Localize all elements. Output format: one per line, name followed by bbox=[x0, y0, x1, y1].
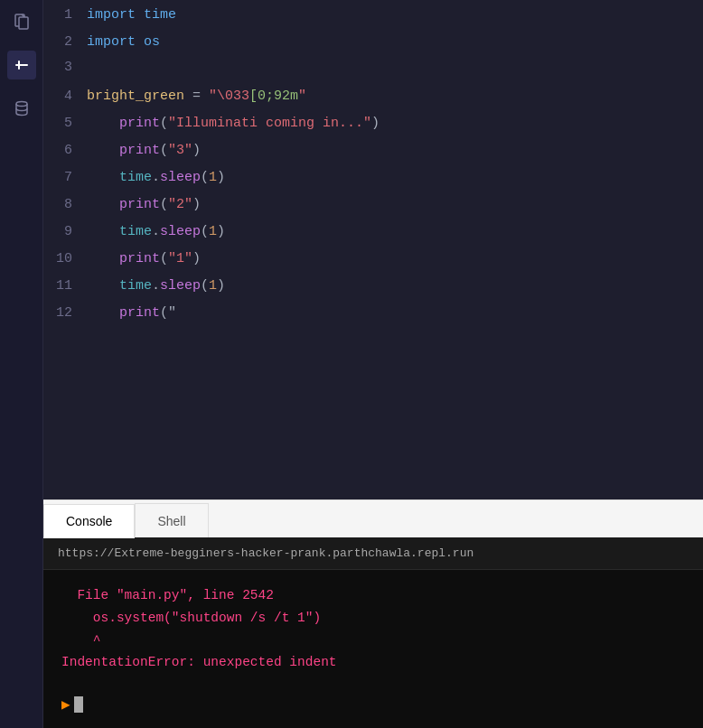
line-content: print(" bbox=[87, 303, 176, 324]
line-number: 7 bbox=[43, 170, 87, 185]
code-token: ( bbox=[201, 278, 209, 294]
console-error-text: File "main.py", line 2542 os.system("shu… bbox=[61, 584, 685, 674]
cursor-block bbox=[74, 696, 83, 713]
code-token: time bbox=[136, 7, 176, 23]
code-token: " bbox=[298, 89, 306, 104]
line-number: 11 bbox=[43, 278, 87, 294]
code-token: ) bbox=[217, 224, 225, 239]
code-token: "3" bbox=[168, 143, 192, 158]
code-token bbox=[87, 305, 119, 321]
code-token: sleep bbox=[160, 170, 201, 185]
code-token: bright_green bbox=[87, 89, 184, 104]
line-content: time.sleep(1) bbox=[87, 168, 225, 189]
line-content: import time bbox=[87, 5, 176, 26]
code-token bbox=[87, 143, 119, 158]
code-line: 1import time bbox=[43, 4, 703, 31]
code-token bbox=[87, 116, 119, 131]
code-token: "Illuminati coming in..." bbox=[168, 116, 371, 131]
console-prompt[interactable]: ▶ bbox=[43, 692, 703, 728]
code-token: (" bbox=[160, 305, 176, 321]
svg-point-2 bbox=[16, 102, 27, 107]
line-content: time.sleep(1) bbox=[87, 276, 225, 297]
code-token: time bbox=[119, 170, 152, 185]
code-line: 2import os bbox=[43, 31, 703, 58]
line-number: 3 bbox=[43, 60, 87, 75]
tab-shell[interactable]: Shell bbox=[135, 503, 208, 537]
line-number: 1 bbox=[43, 7, 87, 23]
code-token: ( bbox=[201, 170, 209, 185]
code-token: print bbox=[119, 251, 160, 266]
code-token bbox=[87, 278, 119, 294]
code-token: "1" bbox=[168, 251, 192, 266]
code-token: ) bbox=[192, 251, 201, 266]
code-token: ) bbox=[217, 170, 225, 185]
code-token: time bbox=[119, 224, 152, 239]
line-number: 9 bbox=[43, 224, 87, 239]
line-number: 6 bbox=[43, 143, 87, 158]
svg-rect-1 bbox=[19, 17, 28, 29]
main-content: 1import time2import os34bright_green = "… bbox=[43, 0, 703, 728]
code-token: ( bbox=[201, 224, 209, 239]
code-token: time bbox=[119, 278, 152, 294]
code-token: ( bbox=[160, 251, 168, 266]
prompt-arrow-icon: ▶ bbox=[61, 695, 70, 714]
line-number: 12 bbox=[43, 305, 87, 321]
code-token: os bbox=[136, 34, 160, 50]
code-token: print bbox=[119, 116, 160, 131]
code-token: ) bbox=[192, 197, 201, 212]
code-line: 4bright_green = "\033[0;92m" bbox=[43, 85, 703, 112]
code-token: print bbox=[119, 143, 160, 158]
code-token: print bbox=[119, 305, 160, 321]
line-number: 2 bbox=[43, 34, 87, 50]
code-token: 1 bbox=[209, 170, 217, 185]
code-line: 6 print("3") bbox=[43, 139, 703, 166]
code-token: ( bbox=[160, 143, 168, 158]
code-token: 1 bbox=[209, 224, 217, 239]
code-token: ) bbox=[371, 116, 380, 131]
code-line: 10 print("1") bbox=[43, 247, 703, 275]
code-token: ) bbox=[192, 143, 201, 158]
code-token: "\033 bbox=[209, 89, 249, 104]
line-number: 5 bbox=[43, 116, 87, 131]
console-url: https://Extreme-begginers-hacker-prank.p… bbox=[43, 537, 703, 570]
code-token: sleep bbox=[160, 224, 201, 239]
code-token: = bbox=[184, 89, 209, 104]
line-content: bright_green = "\033[0;92m" bbox=[87, 87, 306, 107]
console-output: File "main.py", line 2542 os.system("shu… bbox=[43, 570, 703, 688]
code-line: 8 print("2") bbox=[43, 193, 703, 220]
code-line: 5 print("Illuminati coming in...") bbox=[43, 112, 703, 139]
code-token: . bbox=[152, 170, 160, 185]
line-content: import os bbox=[87, 33, 160, 53]
code-token: import bbox=[87, 7, 136, 23]
line-content: time.sleep(1) bbox=[87, 222, 225, 243]
line-number: 10 bbox=[43, 251, 87, 266]
code-token: ( bbox=[160, 116, 168, 131]
run-icon[interactable] bbox=[7, 51, 36, 79]
database-icon[interactable] bbox=[7, 94, 36, 123]
code-token: import bbox=[87, 34, 136, 50]
line-content: print("Illuminati coming in...") bbox=[87, 114, 380, 135]
line-content: print("3") bbox=[87, 141, 201, 162]
tab-bar: ConsoleShell bbox=[43, 499, 703, 537]
code-line: 3 bbox=[43, 58, 703, 85]
files-icon[interactable] bbox=[7, 7, 36, 36]
code-line: 9 time.sleep(1) bbox=[43, 220, 703, 247]
tab-console[interactable]: Console bbox=[43, 504, 135, 538]
code-token bbox=[87, 251, 119, 266]
code-line: 11 time.sleep(1) bbox=[43, 275, 703, 302]
code-token: ( bbox=[160, 197, 168, 212]
code-token: . bbox=[152, 278, 160, 294]
line-content: print("1") bbox=[87, 249, 201, 270]
code-token: print bbox=[119, 197, 160, 212]
code-token: . bbox=[152, 224, 160, 239]
console-area: https://Extreme-begginers-hacker-prank.p… bbox=[43, 537, 703, 728]
code-line: 12 print(" bbox=[43, 302, 703, 329]
code-token: ) bbox=[217, 278, 225, 294]
line-content: print("2") bbox=[87, 195, 201, 216]
code-token bbox=[87, 224, 119, 239]
code-token: 1 bbox=[209, 278, 217, 294]
line-number: 8 bbox=[43, 197, 87, 212]
code-token bbox=[87, 170, 119, 185]
sidebar bbox=[0, 0, 43, 728]
code-token: [0;92m bbox=[249, 89, 298, 104]
